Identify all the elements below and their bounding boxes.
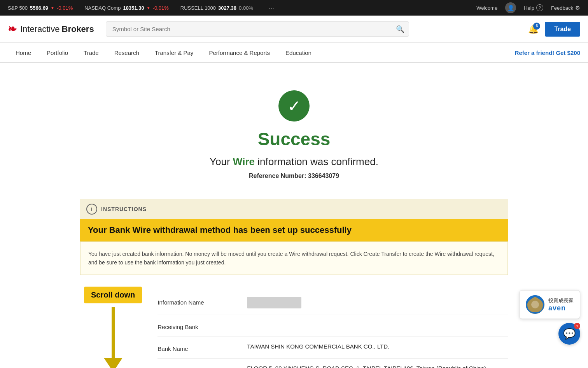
- user-icon[interactable]: 👤: [505, 2, 516, 13]
- form-row-bank-address: Bank Address FLOOR 5, 99 XINSHENG S. ROA…: [158, 359, 508, 368]
- help-link[interactable]: Help ?: [524, 4, 543, 11]
- ticker-russell-label: RUSSELL 1000: [180, 5, 216, 11]
- feedback-link[interactable]: Feedback ⚙: [551, 5, 580, 11]
- reference-number: Reference Number: 336643079: [249, 173, 339, 180]
- ticker-nasdaq: NASDAQ Comp 18351.30 ▼ -0.01%: [84, 5, 169, 11]
- aven-logo-box: 投資成長家 aven: [519, 290, 580, 319]
- instructions-header: i INSTRUCTIONS: [80, 199, 508, 219]
- form-fields: Information Name Receiving Bank Bank Nam…: [158, 287, 508, 368]
- chat-button[interactable]: 💬 1: [558, 323, 580, 345]
- header-right: 🔔 6 Trade: [528, 22, 580, 37]
- success-wire-text: Wire: [233, 156, 255, 167]
- instructions-label: INSTRUCTIONS: [101, 206, 147, 212]
- feedback-icon: ⚙: [575, 5, 580, 11]
- ticker-nasdaq-change: -0.01%: [153, 5, 169, 11]
- reference-label: Reference Number:: [249, 173, 306, 179]
- trade-button[interactable]: Trade: [545, 22, 580, 37]
- ticker-nasdaq-arrow: ▼: [147, 6, 150, 10]
- scroll-arrow: [104, 307, 122, 368]
- ticker-sp500-change: -0.01%: [57, 5, 73, 11]
- success-title: Success: [258, 129, 331, 150]
- info-icon: i: [86, 204, 97, 215]
- information-name-value: [247, 297, 508, 308]
- form-row-receiving-bank: Receiving Bank: [158, 315, 508, 337]
- nav-trade[interactable]: Trade: [76, 43, 107, 63]
- form-section: Scroll down Information Name Receiving B…: [80, 287, 508, 368]
- information-name-input-placeholder[interactable]: [247, 297, 301, 308]
- ticker-russell-change: 0.00%: [239, 5, 253, 11]
- success-subtitle-prefix: Your: [210, 156, 233, 167]
- ticker-right-area: Welcome 👤 Help ? Feedback ⚙: [476, 2, 580, 13]
- ticker-russell: RUSSELL 1000 3027.38 0.00%: [180, 5, 253, 11]
- nav-performance-reports[interactable]: Performance & Reports: [201, 43, 278, 63]
- ticker-sp500-label: S&P 500: [8, 5, 28, 11]
- search-icon: 🔍: [396, 25, 404, 33]
- arrow-line: [112, 307, 115, 358]
- aven-chinese-text: 投資成長家: [548, 297, 574, 304]
- success-check-icon: ✓: [287, 97, 301, 116]
- bank-name-value: TAIWAN SHIN KONG COMMERCIAL BANK CO., LT…: [247, 343, 508, 350]
- nav-home[interactable]: Home: [8, 43, 39, 63]
- chat-icon: 💬: [563, 328, 576, 340]
- chat-badge: 1: [574, 323, 580, 329]
- notification-badge: 6: [533, 23, 540, 30]
- receiving-bank-label: Receiving Bank: [158, 321, 235, 330]
- bottom-right-widget: 投資成長家 aven 💬 1: [519, 290, 580, 345]
- success-subtitle: Your Wire information was confirmed.: [210, 156, 378, 168]
- reference-value: 336643079: [308, 173, 339, 179]
- scroll-indicator: Scroll down: [84, 287, 142, 368]
- logo[interactable]: ❧ InteractiveBrokers: [8, 23, 94, 35]
- nav-research[interactable]: Research: [107, 43, 147, 63]
- logo-interactive-text: Interactive: [20, 24, 60, 34]
- main-content: ✓ Success Your Wire information was conf…: [22, 63, 566, 368]
- ticker-welcome: Welcome: [476, 5, 497, 11]
- form-row-information-name: Information Name: [158, 291, 508, 315]
- success-section: ✓ Success Your Wire information was conf…: [30, 79, 558, 199]
- instructions-banner: Your Bank Wire withdrawal method has bee…: [80, 219, 508, 241]
- svg-point-1: [531, 301, 539, 308]
- ticker-sp500: S&P 500 5566.69 ▼ -0.01%: [8, 5, 73, 11]
- feedback-label: Feedback: [551, 5, 573, 11]
- instructions-body: You have just created bank information. …: [80, 241, 508, 275]
- nav-transfer-pay[interactable]: Transfer & Pay: [147, 43, 201, 63]
- ticker-bar: S&P 500 5566.69 ▼ -0.01% NASDAQ Comp 183…: [0, 0, 588, 16]
- header: ❧ InteractiveBrokers 🔍 🔔 6 Trade: [0, 16, 588, 43]
- nav-education[interactable]: Education: [278, 43, 319, 63]
- navigation: Home Portfolio Trade Research Transfer &…: [0, 43, 588, 63]
- logo-brokers-text: Brokers: [62, 24, 94, 34]
- bank-address-value: FLOOR 5, 99 XINSHENG S. ROAD SEC. 1, TAI…: [247, 365, 508, 368]
- form-row-bank-name: Bank Name TAIWAN SHIN KONG COMMERCIAL BA…: [158, 337, 508, 359]
- scroll-down-badge: Scroll down: [84, 287, 142, 303]
- ticker-sp500-arrow: ▼: [51, 6, 54, 10]
- ticker-russell-value: 3027.38: [218, 5, 236, 11]
- logo-icon: ❧: [8, 23, 17, 35]
- success-subtitle-suffix: information was confirmed.: [255, 156, 378, 167]
- bank-name-label: Bank Name: [158, 343, 235, 352]
- nav-refer-friend[interactable]: Refer a friend! Get $200: [515, 49, 580, 56]
- bank-address-label: Bank Address: [158, 365, 235, 368]
- aven-english-text: aven: [548, 304, 574, 312]
- aven-logo-text-area: 投資成長家 aven: [548, 297, 574, 312]
- instructions-container: i INSTRUCTIONS Your Bank Wire withdrawal…: [80, 199, 508, 275]
- ticker-sp500-value: 5566.69: [30, 5, 48, 11]
- search-input[interactable]: [106, 21, 409, 37]
- information-name-label: Information Name: [158, 297, 235, 306]
- nav-portfolio[interactable]: Portfolio: [39, 43, 76, 63]
- help-label: Help: [524, 5, 534, 11]
- ticker-more[interactable]: ···: [269, 5, 275, 11]
- search-bar: 🔍: [106, 21, 409, 37]
- aven-logo-icon: [526, 295, 544, 314]
- ticker-nasdaq-value: 18351.30: [123, 5, 144, 11]
- help-circle-icon: ?: [536, 4, 543, 11]
- arrow-head-icon: [104, 358, 122, 368]
- ticker-nasdaq-label: NASDAQ Comp: [84, 5, 121, 11]
- success-circle: ✓: [278, 90, 310, 121]
- notification-button[interactable]: 🔔 6: [528, 24, 539, 34]
